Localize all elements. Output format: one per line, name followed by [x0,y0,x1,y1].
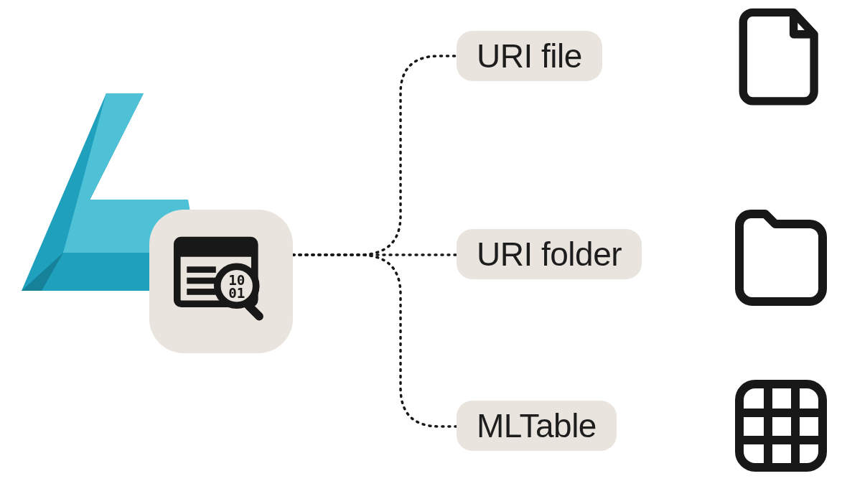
label-uri-file: URI file [457,31,602,81]
file-icon [731,8,831,108]
data-inspect-icon: 10 01 [173,232,270,332]
svg-rect-9 [739,384,823,467]
label-text: URI file [477,37,582,75]
svg-text:01: 01 [228,284,245,301]
table-icon [731,375,831,476]
svg-rect-1 [177,240,254,256]
label-mltable: MLTable [457,401,617,451]
label-text: URI folder [477,235,622,273]
svg-rect-4 [187,289,216,295]
diagram-canvas: 10 01 URI file URI folder MLTable [0,0,842,504]
svg-rect-3 [187,277,216,284]
data-asset-tile: 10 01 [149,210,293,353]
folder-icon [731,205,831,306]
label-uri-folder: URI folder [457,229,642,279]
label-text: MLTable [477,407,597,444]
svg-rect-2 [187,266,216,273]
